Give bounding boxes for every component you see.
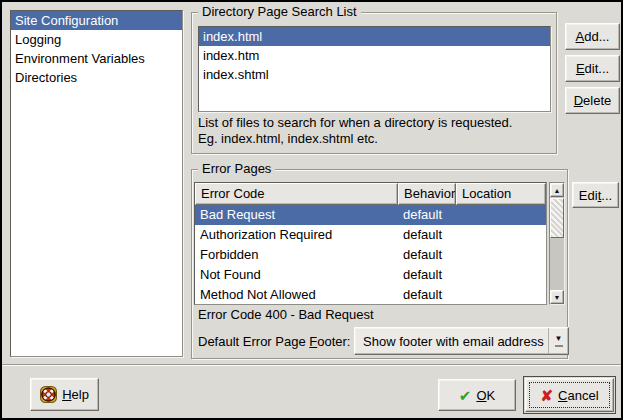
- directory-list-description: List of files to search for when a direc…: [198, 115, 554, 147]
- group-title: Error Pages: [198, 161, 275, 177]
- table-row[interactable]: Bad Request default: [195, 205, 546, 225]
- description-line: List of files to search for when a direc…: [198, 115, 554, 131]
- table-row[interactable]: Not Found default: [195, 265, 546, 285]
- ok-button[interactable]: ✔ OK: [438, 379, 516, 411]
- delete-button[interactable]: Delete: [565, 87, 620, 114]
- combo-arrow-section: ▼: [548, 328, 568, 354]
- scroll-up-button[interactable]: ▲: [550, 183, 564, 197]
- check-icon: ✔: [459, 388, 472, 403]
- table-row[interactable]: Forbidden default: [195, 245, 546, 265]
- file-list-item[interactable]: index.htm: [199, 46, 550, 65]
- dialog-separator: [2, 364, 621, 366]
- scroll-up-icon: ▲: [554, 187, 561, 194]
- x-icon: ✘: [540, 388, 553, 403]
- sidebar-item-directories[interactable]: Directories: [11, 68, 182, 87]
- footer-select[interactable]: Show footer with email address ▼: [354, 327, 569, 355]
- table-row[interactable]: Method Not Allowed default: [195, 285, 546, 305]
- footer-select-value: Show footer with email address: [355, 328, 548, 354]
- add-button[interactable]: Add...: [565, 23, 620, 50]
- lifebuoy-icon: [40, 386, 57, 403]
- error-code-status: Error Code 400 - Bad Request: [198, 307, 374, 322]
- column-header-error-code[interactable]: Error Code: [195, 183, 398, 205]
- table-row[interactable]: Authorization Required default: [195, 225, 546, 245]
- error-pages-table: Error Code Behavior Location Bad Request…: [194, 182, 547, 305]
- sidebar-item-logging[interactable]: Logging: [11, 30, 182, 49]
- description-line: Eg. index.html, index.shtml etc.: [198, 131, 554, 147]
- cancel-button-default-ring: ✘ Cancel: [523, 376, 616, 414]
- column-header-location[interactable]: Location: [456, 183, 546, 205]
- app-window: Site Configuration Logging Environment V…: [0, 0, 623, 420]
- help-button[interactable]: Help: [30, 378, 99, 411]
- chevron-down-icon: ▼: [555, 335, 563, 343]
- scroll-thumb[interactable]: [550, 198, 564, 238]
- scroll-down-button[interactable]: ▼: [550, 290, 564, 304]
- sidebar-item-site-configuration[interactable]: Site Configuration: [11, 11, 182, 30]
- column-header-behavior[interactable]: Behavior: [398, 183, 456, 205]
- edit-error-page-button[interactable]: Edit...: [572, 182, 619, 208]
- error-table-header: Error Code Behavior Location: [195, 183, 546, 205]
- sidebar-item-environment-variables[interactable]: Environment Variables: [11, 49, 182, 68]
- combo-bar-icon: [555, 345, 563, 347]
- directory-file-list: index.html index.htm index.shtml: [198, 26, 551, 112]
- edit-button[interactable]: Edit...: [565, 55, 620, 82]
- config-section-list: Site Configuration Logging Environment V…: [10, 10, 183, 357]
- cancel-button[interactable]: ✘ Cancel: [525, 378, 614, 412]
- error-table-scrollbar[interactable]: ▲ ▼: [549, 182, 565, 305]
- file-list-item[interactable]: index.html: [199, 27, 550, 46]
- group-title: Directory Page Search List: [198, 4, 361, 20]
- scroll-down-icon: ▼: [554, 294, 561, 301]
- default-error-footer-label: Default Error Page Footer:: [198, 334, 350, 349]
- file-list-item[interactable]: index.shtml: [199, 65, 550, 84]
